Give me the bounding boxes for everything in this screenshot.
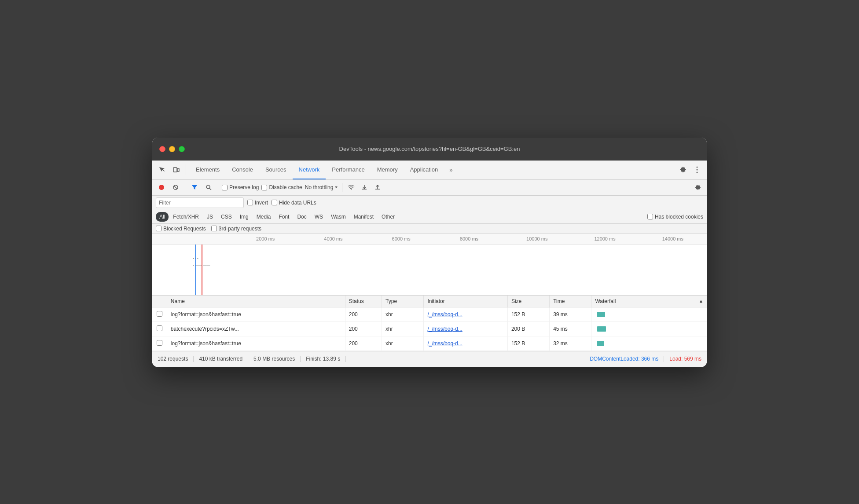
filter-icon[interactable] <box>189 182 200 193</box>
cell-time: 45 ms <box>550 321 591 336</box>
network-settings-icon[interactable] <box>693 182 703 193</box>
th-name[interactable]: Name <box>167 296 345 307</box>
devtools-body: Elements Console Sources Network Perform… <box>152 161 707 367</box>
type-btn-js[interactable]: JS <box>203 212 217 222</box>
net-sep-2 <box>218 183 218 192</box>
row-checkbox[interactable] <box>157 311 162 317</box>
row-checkbox[interactable] <box>157 340 162 346</box>
third-party-requests-input[interactable] <box>211 226 217 231</box>
devtools-window: DevTools - news.google.com/topstories?hl… <box>152 138 707 367</box>
requests-table: Name Status Type Initiator Size Time Wat… <box>152 296 707 351</box>
blocked-requests-checkbox[interactable]: Blocked Requests <box>156 226 206 232</box>
ruler-mark-7: 14000 ms <box>639 236 707 241</box>
tab-performance[interactable]: Performance <box>326 160 371 179</box>
blocked-requests-input[interactable] <box>156 226 162 231</box>
tab-elements[interactable]: Elements <box>190 160 226 179</box>
dom-content-loaded-line <box>195 245 196 296</box>
type-btn-other[interactable]: Other <box>378 212 398 222</box>
cell-status: 200 <box>345 307 382 321</box>
type-btn-manifest[interactable]: Manifest <box>350 212 377 222</box>
window-title: DevTools - news.google.com/topstories?hl… <box>339 146 520 152</box>
tab-memory[interactable]: Memory <box>371 160 404 179</box>
cell-name: log?format=json&hasfast=true <box>167 336 345 351</box>
more-options-icon[interactable] <box>691 164 703 176</box>
clear-button[interactable] <box>170 182 181 193</box>
inspect-element-icon[interactable] <box>156 164 168 176</box>
import-icon[interactable] <box>359 182 370 193</box>
type-btn-all[interactable]: All <box>156 212 169 222</box>
third-party-requests-checkbox[interactable]: 3rd-party requests <box>211 226 261 232</box>
th-initiator[interactable]: Initiator <box>424 296 508 307</box>
row-checkbox[interactable] <box>157 325 162 331</box>
th-time[interactable]: Time <box>550 296 591 307</box>
table-row[interactable]: log?format=json&hasfast=true200xhr/_/mss… <box>152 336 707 351</box>
filter-input[interactable] <box>156 197 244 208</box>
table-body: log?format=json&hasfast=true200xhr/_/mss… <box>152 307 707 351</box>
type-btn-wasm[interactable]: Wasm <box>327 212 349 222</box>
svg-line-7 <box>174 186 177 189</box>
cell-type: xhr <box>382 336 424 351</box>
cell-initiator[interactable]: /_/mss/boq-d... <box>424 321 508 336</box>
preserve-log-input[interactable] <box>222 185 228 190</box>
table-row[interactable]: log?format=json&hasfast=true200xhr/_/mss… <box>152 307 707 321</box>
settings-icon[interactable] <box>677 164 689 176</box>
export-icon[interactable] <box>372 182 383 193</box>
network-conditions-icon[interactable] <box>346 182 356 193</box>
status-dom-content-loaded: DOMContentLoaded: 366 ms <box>590 356 664 362</box>
main-toolbar: Elements Console Sources Network Perform… <box>152 161 707 180</box>
type-btn-media[interactable]: Media <box>253 212 275 222</box>
record-button[interactable] <box>156 182 167 193</box>
cell-initiator[interactable]: /_/mss/boq-d... <box>424 307 508 321</box>
status-transferred: 410 kB transferred <box>194 356 248 362</box>
has-blocked-cookies-input[interactable] <box>647 214 653 219</box>
search-icon[interactable] <box>203 182 214 193</box>
minimize-button[interactable] <box>169 146 175 152</box>
disable-cache-checkbox[interactable]: Disable cache <box>261 184 302 190</box>
hide-data-urls-input[interactable] <box>272 200 277 205</box>
cell-time: 32 ms <box>550 336 591 351</box>
throttle-dropdown[interactable]: No throttling <box>305 184 339 190</box>
type-btn-doc[interactable]: Doc <box>294 212 310 222</box>
status-resources: 5.0 MB resources <box>248 356 301 362</box>
network-toolbar: Preserve log Disable cache No throttling <box>152 180 707 196</box>
close-button[interactable] <box>159 146 165 152</box>
th-checkbox <box>152 296 167 307</box>
type-btn-img[interactable]: Img <box>236 212 252 222</box>
ruler-mark-1: 2000 ms <box>231 236 299 241</box>
cell-size: 200 B <box>507 321 549 336</box>
th-waterfall[interactable]: Waterfall ▲ <box>591 296 707 307</box>
cell-initiator[interactable]: /_/mss/boq-d... <box>424 336 508 351</box>
invert-input[interactable] <box>247 200 253 205</box>
preserve-log-checkbox[interactable]: Preserve log <box>222 184 259 190</box>
has-blocked-cookies-checkbox[interactable]: Has blocked cookies <box>647 214 703 220</box>
tab-navigation: Elements Console Sources Network Perform… <box>190 160 444 179</box>
type-btn-font[interactable]: Font <box>275 212 293 222</box>
cell-status: 200 <box>345 336 382 351</box>
tab-overflow-button[interactable]: » <box>446 160 456 179</box>
device-toolbar-icon[interactable] <box>170 164 182 176</box>
type-btn-fetch-xhr[interactable]: Fetch/XHR <box>169 212 202 222</box>
th-status[interactable]: Status <box>345 296 382 307</box>
ruler-mark-2: 4000 ms <box>299 236 367 241</box>
type-filter-bar: All Fetch/XHR JS CSS Img Media Font Doc … <box>152 210 707 224</box>
tab-sources[interactable]: Sources <box>259 160 293 179</box>
tab-application[interactable]: Application <box>404 160 444 179</box>
type-btn-css[interactable]: CSS <box>217 212 235 222</box>
status-requests: 102 requests <box>158 356 194 362</box>
tab-network[interactable]: Network <box>293 160 326 179</box>
invert-checkbox[interactable]: Invert <box>247 200 268 206</box>
disable-cache-input[interactable] <box>261 185 267 190</box>
header-row: Name Status Type Initiator Size Time Wat… <box>152 296 707 307</box>
th-size[interactable]: Size <box>507 296 549 307</box>
maximize-button[interactable] <box>179 146 185 152</box>
ruler-mark-3: 6000 ms <box>367 236 435 241</box>
type-btn-ws[interactable]: WS <box>311 212 327 222</box>
traffic-lights <box>159 146 185 152</box>
toolbar-separator-1 <box>186 164 186 175</box>
requests-table-container: Name Status Type Initiator Size Time Wat… <box>152 296 707 351</box>
table-row[interactable]: batchexecute?rpcids=xZTw...200xhr/_/mss/… <box>152 321 707 336</box>
tab-console[interactable]: Console <box>226 160 259 179</box>
hide-data-urls-checkbox[interactable]: Hide data URLs <box>272 200 316 206</box>
th-type[interactable]: Type <box>382 296 424 307</box>
table-header: Name Status Type Initiator Size Time Wat… <box>152 296 707 307</box>
